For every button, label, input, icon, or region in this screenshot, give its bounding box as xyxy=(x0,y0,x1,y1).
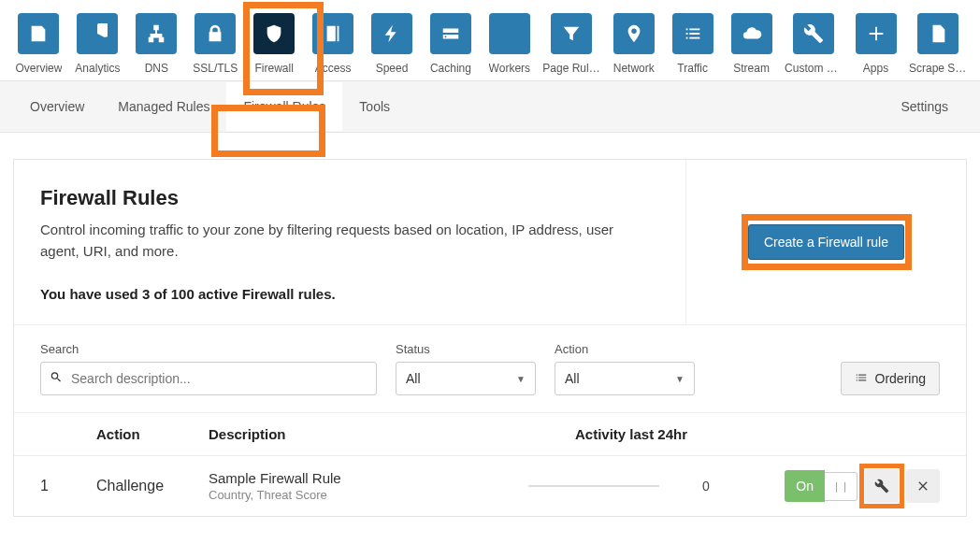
search-box xyxy=(40,362,377,395)
doc-icon xyxy=(18,13,59,54)
nav-item-caching[interactable]: Caching xyxy=(425,13,476,75)
edit-rule-button[interactable] xyxy=(865,469,899,503)
status-group: Status All ▼ xyxy=(396,342,536,395)
col-description-header: Description xyxy=(209,426,538,442)
firewall-rules-panel: Firewall Rules Control incoming traffic … xyxy=(13,159,967,517)
lock-icon xyxy=(195,13,236,54)
bolt-icon xyxy=(371,13,412,54)
rule-toggle[interactable]: On ❘❘ xyxy=(785,470,858,502)
search-group: Search xyxy=(40,342,377,395)
status-select[interactable]: All ▼ xyxy=(396,362,536,395)
nav-item-custompages[interactable]: Custom Pa... xyxy=(785,13,843,75)
row-description: Sample Firewall Rule Country, Threat Sco… xyxy=(209,470,500,502)
nav-item-ssl[interactable]: SSL/TLS xyxy=(190,13,241,75)
pie-icon xyxy=(77,13,118,54)
search-icon xyxy=(50,371,63,387)
table-row: 1 Challenge Sample Firewall Rule Country… xyxy=(14,456,966,516)
panel-left: Firewall Rules Control incoming traffic … xyxy=(14,160,685,324)
nav-item-dns[interactable]: DNS xyxy=(131,13,182,75)
panel-description: Control incoming traffic to your zone by… xyxy=(40,220,620,262)
nav-label: Apps xyxy=(863,62,888,75)
nav-item-stream[interactable]: Stream xyxy=(726,13,777,75)
panel-right: Create a Firewall rule xyxy=(685,160,966,324)
row-action: Challenge xyxy=(96,478,209,494)
search-label: Search xyxy=(40,342,377,356)
shield-icon xyxy=(253,13,295,54)
nav-label: DNS xyxy=(145,62,168,75)
doc2-icon xyxy=(917,13,958,54)
action-group: Action All ▼ xyxy=(555,342,695,395)
row-index: 1 xyxy=(40,478,96,494)
nav-item-traffic[interactable]: Traffic xyxy=(667,13,718,75)
ordering-button[interactable]: Ordering xyxy=(841,362,940,395)
nav-label: Analytics xyxy=(75,62,120,75)
nav-label: Workers xyxy=(489,62,530,75)
nav-item-pagerules[interactable]: Page Rules xyxy=(542,13,600,75)
nav-item-firewall[interactable]: Firewall xyxy=(249,13,300,75)
chevron-down-icon: ▼ xyxy=(516,374,526,384)
nav-label: Caching xyxy=(430,62,471,75)
nav-label: Network xyxy=(613,62,655,75)
chevron-down-icon: ▼ xyxy=(675,374,685,384)
search-input[interactable] xyxy=(40,362,377,395)
funnel-icon xyxy=(551,13,592,54)
nav-item-access[interactable]: Access xyxy=(308,13,359,75)
action-value: All xyxy=(565,371,580,386)
filter-row: Search Status All ▼ Action All ▼ xyxy=(14,324,966,412)
settings-link[interactable]: Settings xyxy=(901,99,967,114)
nav-label: Page Rules xyxy=(542,62,600,75)
row-desc-main: Sample Firewall Rule xyxy=(209,470,500,486)
sub-tabs: OverviewManaged RulesFirewall RulesTools… xyxy=(0,80,980,133)
workers-icon xyxy=(489,13,530,54)
nav-item-network[interactable]: Network xyxy=(608,13,659,75)
status-value: All xyxy=(406,371,421,386)
nav-label: Firewall xyxy=(254,62,293,75)
nav-label: Stream xyxy=(733,62,770,75)
nav-label: Overview xyxy=(15,62,62,75)
wrench-icon xyxy=(874,479,889,494)
toggle-handle-icon: ❘❘ xyxy=(825,472,858,501)
nav-label: Scrape Shi... xyxy=(909,62,967,75)
tab-tools[interactable]: Tools xyxy=(342,82,407,131)
drive-icon xyxy=(430,13,471,54)
toggle-on-label: On xyxy=(785,470,825,502)
nav-label: Traffic xyxy=(677,62,708,75)
door-icon xyxy=(312,13,353,54)
table-header: Action Description Activity last 24hr xyxy=(14,413,966,456)
rules-table: Action Description Activity last 24hr 1 … xyxy=(14,412,966,516)
list-icon xyxy=(672,13,713,54)
ordering-icon xyxy=(855,371,868,387)
close-icon xyxy=(915,479,930,494)
col-action-header: Action xyxy=(96,426,209,442)
panel-usage: You have used 3 of 100 active Firewall r… xyxy=(40,286,659,302)
tab-firewall-rules[interactable]: Firewall Rules xyxy=(226,82,342,131)
delete-rule-button[interactable] xyxy=(906,469,940,503)
ordering-label: Ordering xyxy=(875,371,926,386)
nav-item-speed[interactable]: Speed xyxy=(367,13,418,75)
activity-sparkline xyxy=(528,485,659,487)
create-firewall-rule-button[interactable]: Create a Firewall rule xyxy=(748,224,904,260)
row-activity-value: 0 xyxy=(687,479,725,494)
nav-label: Custom Pa... xyxy=(785,62,843,75)
nav-item-overview[interactable]: Overview xyxy=(13,13,65,75)
status-label: Status xyxy=(396,342,536,356)
nav-label: SSL/TLS xyxy=(193,62,238,75)
nav-item-scrapeshield[interactable]: Scrape Shi... xyxy=(909,13,967,75)
wrench-icon xyxy=(793,13,834,54)
tab-overview[interactable]: Overview xyxy=(13,82,101,131)
nav-item-analytics[interactable]: Analytics xyxy=(72,13,123,75)
nav-item-apps[interactable]: Apps xyxy=(850,13,901,75)
action-filter-label: Action xyxy=(555,342,695,356)
plus-icon xyxy=(856,13,897,54)
nav-label: Speed xyxy=(376,62,409,75)
row-activity xyxy=(500,485,687,487)
row-controls: On ❘❘ xyxy=(725,469,940,503)
top-nav: OverviewAnalyticsDNSSSL/TLSFirewallAcces… xyxy=(0,0,980,80)
cloud-icon xyxy=(731,13,772,54)
action-select[interactable]: All ▼ xyxy=(555,362,695,395)
nav-label: Access xyxy=(315,62,352,75)
panel-title: Firewall Rules xyxy=(40,186,659,210)
nav-item-workers[interactable]: Workers xyxy=(483,13,535,75)
tree-icon xyxy=(136,13,177,54)
tab-managed-rules[interactable]: Managed Rules xyxy=(101,82,226,131)
